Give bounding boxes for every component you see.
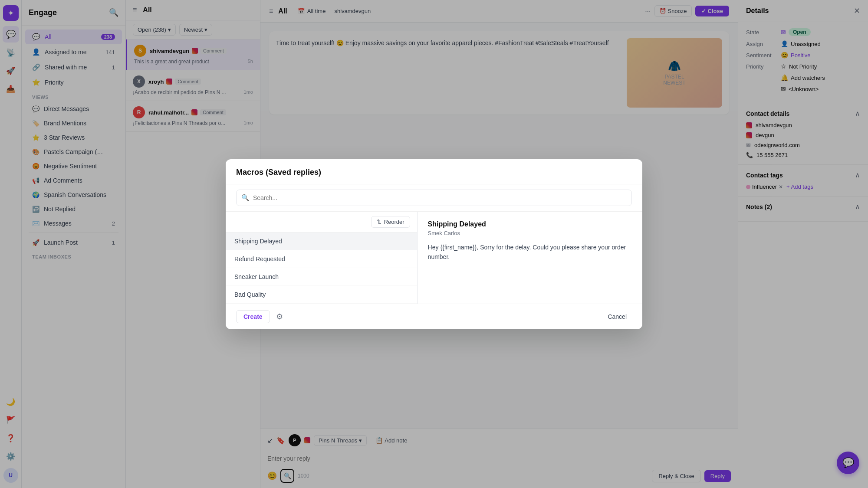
preview-title: Shipping Delayed — [428, 220, 632, 228]
cancel-button[interactable]: Cancel — [602, 311, 632, 323]
reorder-icon: ⇅ — [377, 219, 381, 225]
modal-search-icon: 🔍 — [241, 194, 250, 202]
reorder-button[interactable]: ⇅ Reorder — [371, 216, 410, 228]
macro-list: ⇅ Reorder Shipping Delayed Refund Reques… — [226, 212, 418, 304]
macro-label-sneaker: Sneaker Launch — [234, 273, 279, 280]
modal-search-input[interactable] — [236, 190, 632, 206]
macro-label-shipping: Shipping Delayed — [234, 238, 282, 245]
cancel-label: Cancel — [608, 313, 627, 320]
macro-item-shipping[interactable]: Shipping Delayed — [226, 233, 417, 250]
macros-modal: Macros (Saved replies) 🔍 ⇅ Reorder Ship — [226, 159, 642, 329]
create-macro-button[interactable]: Create — [236, 310, 270, 323]
macro-label-refund: Refund Requested — [234, 255, 285, 262]
modal-title: Macros (Saved replies) — [236, 168, 632, 177]
preview-author: Smek Carlos — [428, 230, 632, 236]
macro-item-sneaker[interactable]: Sneaker Launch — [226, 268, 417, 286]
macro-preview: Shipping Delayed Smek Carlos Hey {{first… — [418, 212, 642, 304]
macro-item-refund[interactable]: Refund Requested — [226, 250, 417, 268]
preview-content: Hey {{first_name}}, Sorry for the delay.… — [428, 242, 632, 262]
create-label: Create — [243, 313, 263, 320]
macro-label-bad-quality: Bad Quality — [234, 291, 266, 298]
modal-overlay[interactable]: Macros (Saved replies) 🔍 ⇅ Reorder Ship — [0, 0, 868, 488]
macro-settings-button[interactable]: ⚙ — [274, 310, 285, 323]
reorder-label: Reorder — [384, 219, 404, 225]
macro-item-bad-quality[interactable]: Bad Quality — [226, 286, 417, 304]
